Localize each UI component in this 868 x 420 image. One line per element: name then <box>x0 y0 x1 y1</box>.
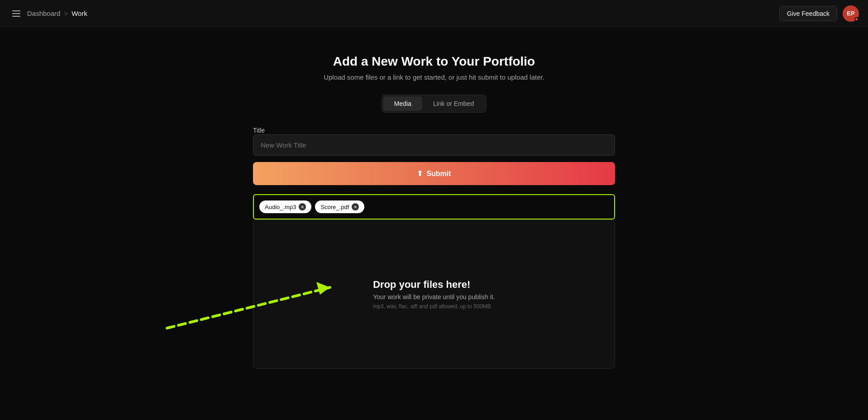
avatar-notification-dot <box>854 17 858 21</box>
file-tag-audio[interactable]: Audio_.mp3 ✕ <box>259 200 311 213</box>
avatar[interactable]: EP <box>843 5 859 22</box>
header: Dashboard > Work Give Feedback EP <box>0 0 868 27</box>
tab-media[interactable]: Media <box>383 96 422 111</box>
dropzone-formats: mp3, wav, flac, aiff and pdf allowed, up… <box>373 303 491 310</box>
tab-link-or-embed[interactable]: Link or Embed <box>422 96 485 111</box>
submit-label: Submit <box>426 170 451 178</box>
svg-rect-1 <box>12 13 20 14</box>
header-left: Dashboard > Work <box>9 6 87 21</box>
header-right: Give Feedback EP <box>779 5 859 22</box>
submit-button[interactable]: ⬆ Submit <box>253 162 615 185</box>
dropzone-subtitle: Your work will be private until you publ… <box>373 293 495 301</box>
file-tag-audio-name: Audio_.mp3 <box>265 204 296 210</box>
form-container: Title ⬆ Submit <box>253 126 615 194</box>
title-label: Title <box>253 127 265 134</box>
breadcrumb-dashboard[interactable]: Dashboard <box>27 10 60 17</box>
page-title: Add a New Work to Your Portfolio <box>333 54 535 69</box>
svg-rect-0 <box>12 10 20 11</box>
page-subtitle: Upload some files or a link to get start… <box>324 73 544 81</box>
dropzone-content: Drop your files here! Your work will be … <box>373 279 495 310</box>
svg-rect-2 <box>12 16 20 17</box>
upload-icon: ⬆ <box>417 169 423 178</box>
dropzone-title: Drop your files here! <box>373 279 470 291</box>
file-tag-audio-remove[interactable]: ✕ <box>299 203 306 210</box>
file-tags-container: Audio_.mp3 ✕ Score_.pdf ✕ <box>253 194 615 220</box>
breadcrumb-current: Work <box>72 10 87 17</box>
main-content: Add a New Work to Your Portfolio Upload … <box>0 27 868 387</box>
file-tag-score-name: Score_.pdf <box>320 204 349 210</box>
sidebar-toggle-button[interactable] <box>9 6 24 21</box>
breadcrumb: Dashboard > Work <box>27 10 87 17</box>
breadcrumb-separator: > <box>64 10 68 17</box>
give-feedback-button[interactable]: Give Feedback <box>779 6 837 21</box>
dropzone[interactable]: Drop your files here! Your work will be … <box>253 220 615 369</box>
title-input[interactable] <box>253 134 615 156</box>
tab-toggle: Media Link or Embed <box>382 95 486 113</box>
file-tag-score[interactable]: Score_.pdf ✕ <box>315 200 364 213</box>
avatar-initials: EP <box>847 10 854 17</box>
file-tag-score-remove[interactable]: ✕ <box>352 203 359 210</box>
